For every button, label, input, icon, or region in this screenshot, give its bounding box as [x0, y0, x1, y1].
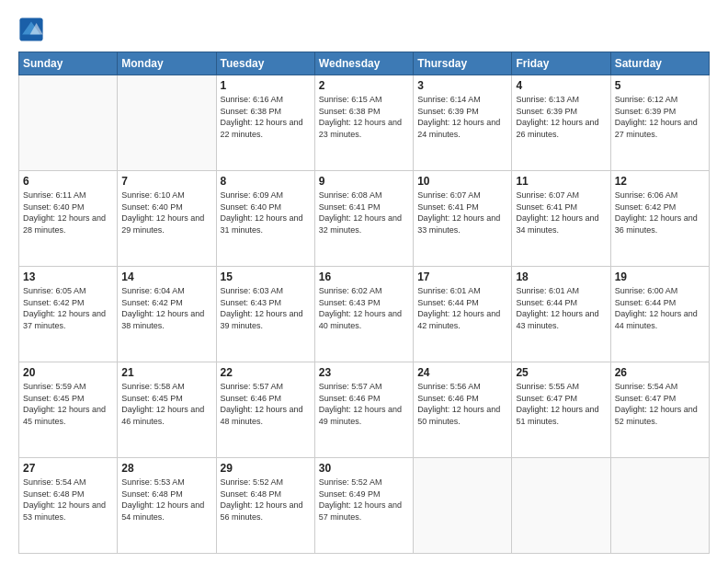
day-cell: 6Sunrise: 6:11 AM Sunset: 6:40 PM Daylig…	[19, 171, 118, 267]
day-cell: 5Sunrise: 6:12 AM Sunset: 6:39 PM Daylig…	[610, 75, 709, 171]
day-info: Sunrise: 5:53 AM Sunset: 6:48 PM Dayligh…	[121, 477, 211, 523]
day-cell	[512, 458, 610, 554]
day-cell: 4Sunrise: 6:13 AM Sunset: 6:39 PM Daylig…	[512, 75, 610, 171]
logo-icon	[18, 17, 44, 42]
day-number: 15	[221, 270, 311, 283]
day-number: 30	[319, 462, 409, 475]
day-number: 22	[221, 366, 311, 379]
day-info: Sunrise: 6:07 AM Sunset: 6:41 PM Dayligh…	[417, 190, 507, 236]
day-info: Sunrise: 6:06 AM Sunset: 6:42 PM Dayligh…	[615, 190, 705, 236]
col-header-wednesday: Wednesday	[314, 52, 413, 75]
day-number: 23	[319, 366, 409, 379]
week-row-3: 13Sunrise: 6:05 AM Sunset: 6:42 PM Dayli…	[19, 267, 710, 362]
week-row-4: 20Sunrise: 5:59 AM Sunset: 6:45 PM Dayli…	[19, 362, 710, 458]
day-cell	[414, 458, 512, 554]
day-number: 5	[615, 79, 705, 92]
logo	[18, 17, 48, 42]
day-info: Sunrise: 6:09 AM Sunset: 6:40 PM Dayligh…	[221, 190, 311, 236]
calendar-table: SundayMondayTuesdayWednesdayThursdayFrid…	[18, 52, 710, 554]
day-number: 20	[23, 366, 113, 379]
day-info: Sunrise: 6:14 AM Sunset: 6:39 PM Dayligh…	[417, 94, 507, 140]
day-cell: 10Sunrise: 6:07 AM Sunset: 6:41 PM Dayli…	[414, 171, 512, 267]
week-row-2: 6Sunrise: 6:11 AM Sunset: 6:40 PM Daylig…	[19, 171, 710, 267]
day-number: 19	[615, 270, 705, 283]
day-info: Sunrise: 6:16 AM Sunset: 6:38 PM Dayligh…	[221, 94, 311, 140]
day-cell: 20Sunrise: 5:59 AM Sunset: 6:45 PM Dayli…	[19, 362, 118, 458]
day-info: Sunrise: 5:57 AM Sunset: 6:46 PM Dayligh…	[319, 381, 409, 427]
day-cell: 29Sunrise: 5:52 AM Sunset: 6:48 PM Dayli…	[216, 458, 314, 554]
day-info: Sunrise: 5:54 AM Sunset: 6:48 PM Dayligh…	[23, 477, 113, 523]
day-info: Sunrise: 5:57 AM Sunset: 6:46 PM Dayligh…	[221, 381, 311, 427]
col-header-monday: Monday	[118, 52, 216, 75]
day-number: 9	[319, 175, 409, 188]
day-cell: 27Sunrise: 5:54 AM Sunset: 6:48 PM Dayli…	[19, 458, 118, 554]
day-cell: 11Sunrise: 6:07 AM Sunset: 6:41 PM Dayli…	[512, 171, 610, 267]
day-cell: 23Sunrise: 5:57 AM Sunset: 6:46 PM Dayli…	[314, 362, 413, 458]
day-number: 1	[221, 79, 311, 92]
day-info: Sunrise: 6:11 AM Sunset: 6:40 PM Dayligh…	[23, 190, 113, 236]
day-info: Sunrise: 6:07 AM Sunset: 6:41 PM Dayligh…	[516, 190, 606, 236]
day-cell: 13Sunrise: 6:05 AM Sunset: 6:42 PM Dayli…	[19, 267, 118, 362]
day-info: Sunrise: 5:52 AM Sunset: 6:49 PM Dayligh…	[319, 477, 409, 523]
day-cell: 1Sunrise: 6:16 AM Sunset: 6:38 PM Daylig…	[216, 75, 314, 171]
day-info: Sunrise: 6:01 AM Sunset: 6:44 PM Dayligh…	[516, 285, 606, 331]
day-info: Sunrise: 6:13 AM Sunset: 6:39 PM Dayligh…	[516, 94, 606, 140]
day-number: 2	[319, 79, 409, 92]
day-info: Sunrise: 5:59 AM Sunset: 6:45 PM Dayligh…	[23, 381, 113, 427]
day-number: 18	[516, 270, 606, 283]
day-number: 16	[319, 270, 409, 283]
day-number: 6	[23, 175, 113, 188]
day-cell: 7Sunrise: 6:10 AM Sunset: 6:40 PM Daylig…	[118, 171, 216, 267]
day-cell: 21Sunrise: 5:58 AM Sunset: 6:45 PM Dayli…	[118, 362, 216, 458]
day-number: 14	[121, 270, 211, 283]
day-number: 17	[417, 270, 507, 283]
day-info: Sunrise: 6:05 AM Sunset: 6:42 PM Dayligh…	[23, 285, 113, 331]
day-number: 3	[417, 79, 507, 92]
day-info: Sunrise: 6:03 AM Sunset: 6:43 PM Dayligh…	[221, 285, 311, 331]
day-number: 28	[121, 462, 211, 475]
day-number: 13	[23, 270, 113, 283]
day-number: 12	[615, 175, 705, 188]
day-info: Sunrise: 6:01 AM Sunset: 6:44 PM Dayligh…	[417, 285, 507, 331]
day-number: 21	[121, 366, 211, 379]
day-cell: 26Sunrise: 5:54 AM Sunset: 6:47 PM Dayli…	[610, 362, 709, 458]
day-number: 8	[221, 175, 311, 188]
day-info: Sunrise: 5:55 AM Sunset: 6:47 PM Dayligh…	[516, 381, 606, 427]
day-cell	[19, 75, 118, 171]
day-info: Sunrise: 6:00 AM Sunset: 6:44 PM Dayligh…	[615, 285, 705, 331]
day-number: 24	[417, 366, 507, 379]
col-header-sunday: Sunday	[19, 52, 118, 75]
day-cell: 22Sunrise: 5:57 AM Sunset: 6:46 PM Dayli…	[216, 362, 314, 458]
day-number: 11	[516, 175, 606, 188]
day-info: Sunrise: 5:54 AM Sunset: 6:47 PM Dayligh…	[615, 381, 705, 427]
col-header-saturday: Saturday	[610, 52, 709, 75]
day-number: 25	[516, 366, 606, 379]
day-cell: 16Sunrise: 6:02 AM Sunset: 6:43 PM Dayli…	[314, 267, 413, 362]
day-number: 27	[23, 462, 113, 475]
day-cell: 14Sunrise: 6:04 AM Sunset: 6:42 PM Dayli…	[118, 267, 216, 362]
day-cell: 15Sunrise: 6:03 AM Sunset: 6:43 PM Dayli…	[216, 267, 314, 362]
day-info: Sunrise: 5:52 AM Sunset: 6:48 PM Dayligh…	[221, 477, 311, 523]
day-cell: 30Sunrise: 5:52 AM Sunset: 6:49 PM Dayli…	[314, 458, 413, 554]
day-cell: 24Sunrise: 5:56 AM Sunset: 6:46 PM Dayli…	[414, 362, 512, 458]
day-number: 26	[615, 366, 705, 379]
day-info: Sunrise: 5:58 AM Sunset: 6:45 PM Dayligh…	[121, 381, 211, 427]
day-cell: 19Sunrise: 6:00 AM Sunset: 6:44 PM Dayli…	[610, 267, 709, 362]
day-info: Sunrise: 6:08 AM Sunset: 6:41 PM Dayligh…	[319, 190, 409, 236]
day-info: Sunrise: 6:10 AM Sunset: 6:40 PM Dayligh…	[121, 190, 211, 236]
header-row: SundayMondayTuesdayWednesdayThursdayFrid…	[19, 52, 710, 75]
day-cell: 18Sunrise: 6:01 AM Sunset: 6:44 PM Dayli…	[512, 267, 610, 362]
day-info: Sunrise: 5:56 AM Sunset: 6:46 PM Dayligh…	[417, 381, 507, 427]
col-header-friday: Friday	[512, 52, 610, 75]
week-row-5: 27Sunrise: 5:54 AM Sunset: 6:48 PM Dayli…	[19, 458, 710, 554]
day-info: Sunrise: 6:12 AM Sunset: 6:39 PM Dayligh…	[615, 94, 705, 140]
week-row-1: 1Sunrise: 6:16 AM Sunset: 6:38 PM Daylig…	[19, 75, 710, 171]
day-cell: 2Sunrise: 6:15 AM Sunset: 6:38 PM Daylig…	[314, 75, 413, 171]
day-cell: 28Sunrise: 5:53 AM Sunset: 6:48 PM Dayli…	[118, 458, 216, 554]
day-number: 7	[121, 175, 211, 188]
col-header-thursday: Thursday	[414, 52, 512, 75]
day-cell: 25Sunrise: 5:55 AM Sunset: 6:47 PM Dayli…	[512, 362, 610, 458]
day-cell: 3Sunrise: 6:14 AM Sunset: 6:39 PM Daylig…	[414, 75, 512, 171]
day-info: Sunrise: 6:15 AM Sunset: 6:38 PM Dayligh…	[319, 94, 409, 140]
day-number: 10	[417, 175, 507, 188]
